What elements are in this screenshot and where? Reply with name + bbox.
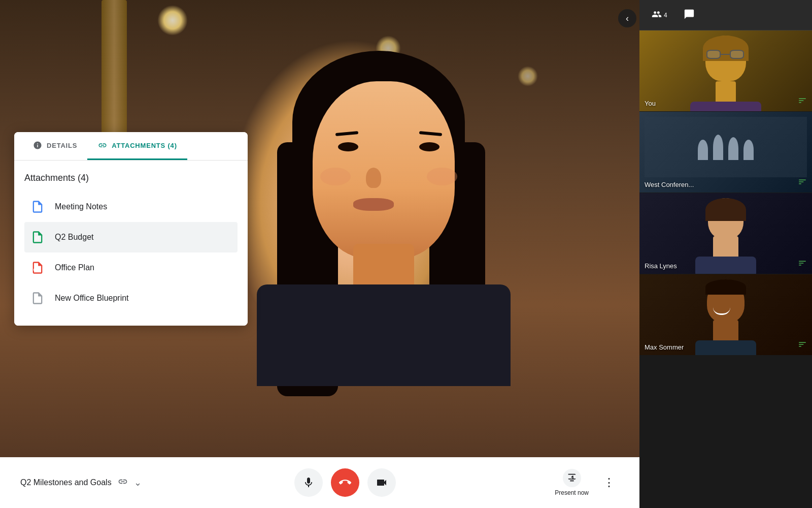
svg-rect-2 — [35, 239, 37, 240]
present-now-label: Present now — [555, 489, 589, 496]
participant-tile-max: Max Sommer — [639, 274, 812, 356]
attachment-name-blueprint: New Office Blueprint — [55, 294, 129, 303]
attachment-name-q2-budget: Q2 Budget — [55, 233, 94, 242]
attachments-content: Attachments (4) Meeting Notes — [14, 161, 248, 326]
participants-icon — [652, 9, 662, 21]
svg-text:PDF: PDF — [33, 268, 40, 271]
more-options-icon: ⋮ — [603, 476, 615, 489]
attachment-name-meeting-notes: Meeting Notes — [55, 202, 107, 211]
svg-rect-0 — [35, 238, 37, 238]
participants-button[interactable]: 4 — [648, 7, 671, 23]
attachment-item-office-plan[interactable]: PDF Office Plan — [24, 252, 238, 283]
attachment-list: Meeting Notes Q2 Budget — [24, 192, 238, 313]
chevron-left-icon: ‹ — [626, 13, 629, 24]
sheets-icon — [28, 228, 47, 246]
attachment-item-q2-budget[interactable]: Q2 Budget — [24, 222, 238, 252]
participant-tile-you: You — [639, 30, 812, 112]
svg-rect-4 — [35, 237, 39, 237]
meeting-title: Q2 Milestones and Goals — [20, 478, 112, 487]
mic-button[interactable] — [294, 468, 323, 497]
attachment-panel-tabs: DETAILS ATTACHMENTS (4) — [14, 132, 248, 161]
tab-attachments[interactable]: ATTACHMENTS (4) — [87, 132, 187, 160]
audio-indicator-risa — [798, 259, 807, 270]
side-panel: 4 You — [639, 0, 812, 508]
audio-indicator-you — [798, 96, 807, 107]
panel-header: 4 — [639, 0, 812, 30]
camera-button[interactable] — [367, 468, 396, 497]
info-icon — [32, 140, 43, 150]
more-options-button[interactable]: ⋮ — [599, 472, 619, 493]
attachment-item-meeting-notes[interactable]: Meeting Notes — [24, 192, 238, 222]
meeting-info: Q2 Milestones and Goals ⌄ — [20, 477, 142, 489]
attachments-title: Attachments (4) — [24, 173, 238, 183]
bottom-bar: Q2 Milestones and Goals ⌄ — [0, 457, 639, 508]
end-call-button[interactable] — [331, 468, 359, 497]
audio-indicator-conference — [798, 177, 807, 188]
call-controls — [294, 468, 396, 497]
tile-label-max: Max Sommer — [645, 343, 684, 351]
tile-label-you: You — [645, 100, 656, 107]
participant-tile-conference: West Conferen... — [639, 112, 812, 193]
chat-icon — [684, 9, 695, 21]
attachment-panel: DETAILS ATTACHMENTS (4) Attachments (4) — [14, 132, 248, 326]
svg-rect-1 — [38, 238, 40, 238]
present-controls: Present now ⋮ — [549, 465, 619, 500]
file-icon — [28, 289, 47, 307]
present-icon — [563, 469, 581, 487]
chat-button[interactable] — [680, 7, 699, 23]
participant-tile-risa: Risa Lynes — [639, 193, 812, 274]
meeting-expand-icon[interactable]: ⌄ — [134, 477, 142, 488]
meeting-link-icon — [118, 477, 128, 489]
attachment-item-blueprint[interactable]: New Office Blueprint — [24, 283, 238, 313]
tab-attachments-label: ATTACHMENTS (4) — [112, 142, 177, 149]
tile-label-conference: West Conferen... — [645, 181, 694, 188]
tab-details-label: DETAILS — [47, 142, 77, 149]
present-now-button[interactable]: Present now — [549, 465, 595, 500]
collapse-panel-button[interactable]: ‹ — [618, 9, 636, 27]
docs-icon — [28, 198, 47, 216]
tile-label-risa: Risa Lynes — [645, 262, 677, 270]
svg-rect-3 — [38, 239, 40, 240]
attachment-name-office-plan: Office Plan — [55, 263, 94, 272]
pdf-icon: PDF — [28, 259, 47, 277]
link-icon — [97, 140, 108, 150]
participants-count-badge: 4 — [664, 12, 667, 19]
tab-details[interactable]: DETAILS — [22, 132, 87, 160]
audio-indicator-max — [798, 340, 807, 351]
